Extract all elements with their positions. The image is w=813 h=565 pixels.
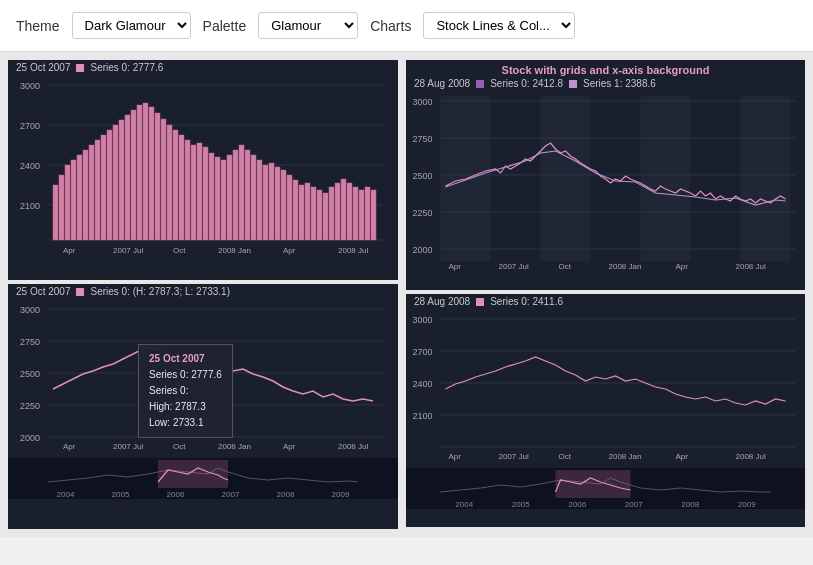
svg-rect-43: [257, 160, 262, 240]
tooltip-series-val: Series 0: 2777.6: [149, 367, 222, 383]
svg-rect-56: [335, 183, 340, 240]
nav-label-2006: 2006: [167, 490, 185, 499]
left-top-date: 25 Oct 2007: [16, 62, 70, 73]
svg-text:2008 Jan: 2008 Jan: [609, 452, 642, 461]
svg-rect-28: [167, 125, 172, 240]
svg-rect-10: [59, 175, 64, 240]
svg-text:2007 Jul: 2007 Jul: [499, 262, 529, 271]
svg-text:3000: 3000: [20, 81, 40, 91]
svg-text:2008 Jan: 2008 Jan: [218, 246, 251, 255]
navigator-svg: [38, 460, 368, 488]
right-nav-2008: 2008: [681, 500, 699, 509]
svg-rect-38: [227, 155, 232, 240]
svg-rect-54: [323, 193, 328, 240]
right-bottom-date: 28 Aug 2008: [414, 296, 470, 307]
svg-rect-62: [371, 190, 376, 240]
svg-text:2008 Jul: 2008 Jul: [338, 442, 368, 451]
nav-label-2007: 2007: [222, 490, 240, 499]
svg-rect-89: [641, 96, 691, 261]
svg-text:2008 Jan: 2008 Jan: [609, 262, 642, 271]
right-top-series0: Series 0: 2412.8: [490, 78, 563, 89]
svg-text:2008 Jan: 2008 Jan: [218, 442, 251, 451]
left-top-series: Series 0: 2777.6: [90, 62, 163, 73]
right-navigator-svg: [436, 470, 775, 498]
tooltip-date: 25 Oct 2007: [149, 351, 222, 367]
svg-text:2250: 2250: [20, 401, 40, 411]
svg-text:2008 Jul: 2008 Jul: [736, 262, 766, 271]
svg-text:Apr: Apr: [449, 452, 462, 461]
svg-rect-17: [101, 135, 106, 240]
svg-text:3000: 3000: [20, 305, 40, 315]
svg-text:2000: 2000: [20, 433, 40, 443]
svg-text:2100: 2100: [20, 201, 40, 211]
tooltip-low: Low: 2733.1: [149, 415, 222, 431]
svg-rect-44: [263, 165, 268, 240]
svg-rect-14: [83, 150, 88, 240]
svg-text:Apr: Apr: [676, 262, 689, 271]
svg-text:Apr: Apr: [63, 442, 76, 451]
right-bottom-legend: 28 Aug 2008 Series 0: 2411.6: [406, 294, 805, 309]
svg-text:2000: 2000: [413, 245, 433, 255]
chart-panel-right: Stock with grids and x-axis background 2…: [406, 60, 805, 529]
left-bottom-chart: 25 Oct 2007 Series 0: (H: 2787.3; L: 273…: [8, 284, 398, 529]
svg-rect-45: [269, 163, 274, 240]
svg-rect-88: [541, 96, 591, 261]
right-top-chart: Stock with grids and x-axis background 2…: [406, 60, 805, 290]
right-bottom-chart: 28 Aug 2008 Series 0: 2411.6 3000 2700 2…: [406, 294, 805, 527]
right-nav-2007: 2007: [625, 500, 643, 509]
charts-select[interactable]: Stock Lines & Col...BarLine: [423, 12, 575, 39]
right-top-legend-dot1: [569, 80, 577, 88]
svg-text:Apr: Apr: [283, 442, 296, 451]
svg-text:Apr: Apr: [449, 262, 462, 271]
svg-rect-37: [221, 160, 226, 240]
left-bottom-legend: 25 Oct 2007 Series 0: (H: 2787.3; L: 273…: [8, 284, 398, 299]
theme-label: Theme: [16, 18, 60, 34]
left-top-chart: 25 Oct 2007 Series 0: 2777.6 3000 2700 2…: [8, 60, 398, 280]
charts-area: 25 Oct 2007 Series 0: 2777.6 3000 2700 2…: [0, 52, 813, 537]
svg-rect-60: [359, 190, 364, 240]
svg-rect-123: [556, 470, 631, 498]
svg-rect-15: [89, 145, 94, 240]
svg-rect-18: [107, 130, 112, 240]
svg-rect-61: [365, 187, 370, 240]
right-top-legend: 28 Aug 2008 Series 0: 2412.8 Series 1: 2…: [406, 76, 805, 91]
theme-select[interactable]: Dark GlamourLightDark: [72, 12, 191, 39]
navigator-x-labels: 2004 2005 2006 2007 2008 2009: [8, 490, 398, 499]
svg-text:2400: 2400: [413, 379, 433, 389]
svg-rect-52: [311, 187, 316, 240]
svg-rect-90: [741, 96, 791, 261]
palette-select[interactable]: GlamourClassicModern: [258, 12, 358, 39]
svg-rect-27: [161, 119, 166, 240]
right-top-series1: Series 1: 2388.6: [583, 78, 656, 89]
tooltip-high: High: 2787.3: [149, 399, 222, 415]
svg-rect-23: [137, 105, 142, 240]
left-bottom-series: Series 0: (H: 2787.3; L: 2733.1): [90, 286, 230, 297]
right-navigator-bar: [406, 468, 805, 500]
svg-rect-35: [209, 153, 214, 240]
svg-text:Oct: Oct: [559, 262, 572, 271]
svg-rect-33: [197, 143, 202, 240]
navigator-bar: [8, 458, 398, 490]
svg-rect-31: [185, 140, 190, 240]
svg-rect-86: [158, 460, 228, 488]
svg-text:2008 Jul: 2008 Jul: [736, 452, 766, 461]
nav-label-2009: 2009: [332, 490, 350, 499]
svg-rect-32: [191, 145, 196, 240]
nav-label-2004: 2004: [57, 490, 75, 499]
svg-text:2007 Jul: 2007 Jul: [113, 246, 143, 255]
svg-text:2100: 2100: [413, 411, 433, 421]
svg-rect-20: [119, 120, 124, 240]
palette-label: Palette: [203, 18, 247, 34]
svg-rect-55: [329, 187, 334, 240]
right-bottom-svg: 3000 2700 2400 2100 Apr 2007 Jul Oct 200…: [406, 309, 805, 464]
right-nav-2004: 2004: [455, 500, 473, 509]
svg-rect-48: [287, 175, 292, 240]
svg-rect-36: [215, 157, 220, 240]
svg-text:Oct: Oct: [173, 442, 186, 451]
right-nav-2006: 2006: [568, 500, 586, 509]
svg-text:2750: 2750: [413, 134, 433, 144]
svg-rect-39: [233, 150, 238, 240]
svg-rect-50: [299, 185, 304, 240]
right-top-svg: 3000 2750 2500 2250 2000 Apr 2007 Jul Oc…: [406, 91, 805, 276]
left-top-svg: 3000 2700 2400 2100: [8, 75, 398, 255]
